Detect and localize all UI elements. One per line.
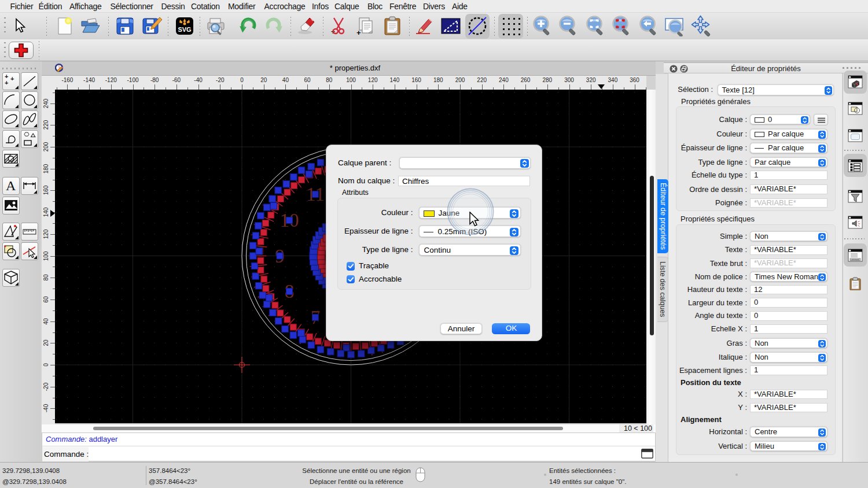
svg-text:A: A [6, 178, 16, 193]
svg-text:+: + [10, 75, 14, 82]
svg-text:SVG: SVG [178, 26, 191, 33]
svg-text:+: + [5, 79, 8, 86]
svg-text:command: command [851, 258, 859, 261]
